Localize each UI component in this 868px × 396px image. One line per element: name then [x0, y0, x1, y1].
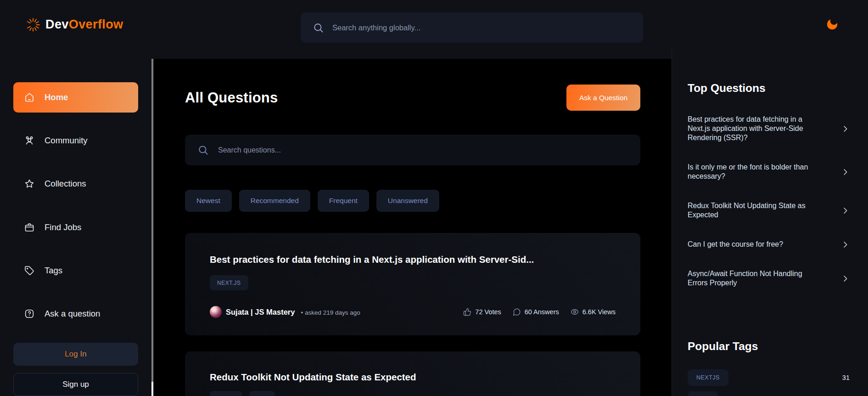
chevron-right-icon	[841, 168, 850, 176]
tag-chip-nextjs[interactable]: NEXT.JS	[210, 275, 248, 290]
answers-metric: 60 Answers	[513, 308, 559, 316]
scrollbar-thumb[interactable]	[151, 59, 153, 382]
top-questions-list: Best practices for data fetching in a Ne…	[688, 115, 850, 288]
tag-icon	[24, 265, 35, 276]
top-question-text: Can I get the course for free?	[688, 240, 822, 249]
chevron-right-icon	[841, 124, 850, 133]
tag-chip[interactable]	[688, 391, 718, 396]
tag-chip-nextjs[interactable]: NEXTJS	[688, 369, 728, 386]
sidebar-item-tags[interactable]: Tags	[13, 255, 138, 286]
filter-bar: Newest Recommended Frequent Unanswered	[185, 190, 640, 212]
moon-icon	[825, 17, 839, 31]
chevron-right-icon	[841, 240, 850, 249]
sidebar-item-ask-question[interactable]: Ask a question	[13, 299, 138, 329]
answers-count: 60 Answers	[525, 308, 559, 316]
main-content: All Questions Ask a Question Newest Reco…	[154, 49, 672, 396]
asked-timestamp: • asked 219 days ago	[301, 308, 360, 316]
home-icon	[24, 92, 35, 103]
author-link[interactable]: Sujata | JS Mastery • asked 219 days ago	[210, 306, 360, 318]
filter-unanswered[interactable]: Unanswered	[376, 190, 439, 212]
briefcase-icon	[24, 222, 35, 233]
popular-tag-row: NEXTJS 31	[688, 369, 850, 386]
users-icon	[24, 135, 35, 146]
top-questions-title: Top Questions	[688, 82, 850, 95]
right-sidebar: Top Questions Best practices for data fe…	[672, 49, 868, 396]
question-metrics: 72 Votes 60 Answers 6.6K Views	[463, 308, 616, 316]
question-search-input[interactable]	[218, 146, 628, 154]
chevron-right-icon	[841, 206, 850, 215]
question-tags	[210, 383, 616, 396]
page-header: All Questions Ask a Question	[185, 85, 640, 111]
sidebar-item-label: Ask a question	[45, 309, 100, 319]
question-tags: NEXT.JS	[210, 265, 616, 290]
sidebar-item-label: Collections	[45, 179, 86, 189]
popular-tags-title: Popular Tags	[688, 340, 850, 353]
sidebar-item-label: Tags	[45, 266, 62, 276]
tag-chip[interactable]	[210, 391, 242, 396]
devoverflow-app: DevOverflow Home Community Collections	[0, 0, 868, 396]
signup-button[interactable]: Sign up	[13, 373, 138, 396]
author-name: Sujata | JS Mastery	[226, 308, 295, 317]
filter-frequent[interactable]: Frequent	[318, 190, 369, 212]
sidebar-item-collections[interactable]: Collections	[13, 169, 138, 199]
question-icon	[24, 308, 35, 319]
left-sidebar: Home Community Collections Find Jobs Tag…	[0, 49, 151, 396]
votes-count: 72 Votes	[475, 308, 501, 316]
filter-recommended[interactable]: Recommended	[239, 190, 310, 212]
ask-question-button[interactable]: Ask a Question	[566, 85, 640, 111]
global-search-input[interactable]	[332, 23, 632, 32]
thumbs-up-icon	[463, 308, 471, 316]
global-search-bar	[301, 12, 643, 43]
top-question-link[interactable]: Is it only me or the font is bolder than…	[688, 163, 850, 181]
brand-logo[interactable]: DevOverflow	[26, 17, 123, 32]
chevron-right-icon	[841, 274, 850, 283]
top-question-text: Is it only me or the font is bolder than…	[688, 163, 822, 181]
tag-chip[interactable]	[249, 391, 275, 396]
sidebar-item-label: Find Jobs	[45, 222, 81, 232]
top-question-text: Redux Toolkit Not Updating State as Expe…	[688, 201, 822, 220]
login-button[interactable]: Log In	[13, 343, 138, 366]
theme-toggle-button[interactable]	[825, 17, 840, 32]
top-question-text: Best practices for data fetching in a Ne…	[688, 115, 822, 142]
top-question-link[interactable]: Redux Toolkit Not Updating State as Expe…	[688, 201, 850, 220]
search-icon	[197, 144, 209, 156]
message-icon	[513, 308, 521, 316]
question-card: Redux Toolkit Not Updating State as Expe…	[185, 351, 640, 396]
sidebar-item-find-jobs[interactable]: Find Jobs	[13, 212, 138, 243]
sidebar-item-label: Home	[45, 92, 68, 102]
top-question-text: Async/Await Function Not Handling Errors…	[688, 269, 822, 288]
views-count: 6.6K Views	[582, 308, 616, 316]
question-card: Best practices for data fetching in a Ne…	[185, 233, 640, 335]
filter-newest[interactable]: Newest	[185, 190, 232, 212]
avatar	[210, 306, 222, 318]
top-question-link[interactable]: Async/Await Function Not Handling Errors…	[688, 269, 850, 288]
top-navbar: DevOverflow	[0, 0, 868, 49]
eye-icon	[571, 308, 579, 316]
question-search-bar	[185, 135, 640, 165]
page-title: All Questions	[185, 90, 278, 106]
views-metric: 6.6K Views	[571, 308, 616, 316]
popular-tags-list: NEXTJS 31	[688, 369, 850, 396]
main-scrollbar	[151, 49, 154, 396]
question-title-link[interactable]: Redux Toolkit Not Updating State as Expe…	[210, 372, 616, 383]
sunburst-logo-icon	[26, 17, 40, 32]
search-icon	[312, 22, 325, 34]
votes-metric: 72 Votes	[463, 308, 501, 316]
auth-buttons: Log In Sign up	[13, 343, 138, 396]
questions-panel: All Questions Ask a Question Newest Reco…	[154, 59, 672, 396]
sidebar-item-community[interactable]: Community	[13, 125, 138, 156]
tag-question-count: 31	[842, 374, 850, 381]
top-question-link[interactable]: Can I get the course for free?	[688, 240, 850, 249]
popular-tag-row	[688, 391, 850, 396]
top-question-link[interactable]: Best practices for data fetching in a Ne…	[688, 115, 850, 142]
question-title-link[interactable]: Best practices for data fetching in a Ne…	[210, 254, 616, 265]
sidebar-item-home[interactable]: Home	[13, 82, 138, 113]
sidebar-item-label: Community	[45, 136, 88, 146]
star-icon	[24, 178, 35, 189]
question-meta-row: Sujata | JS Mastery • asked 219 days ago…	[210, 306, 616, 318]
brand-name: DevOverflow	[45, 17, 123, 32]
page-body: Home Community Collections Find Jobs Tag…	[0, 49, 868, 396]
